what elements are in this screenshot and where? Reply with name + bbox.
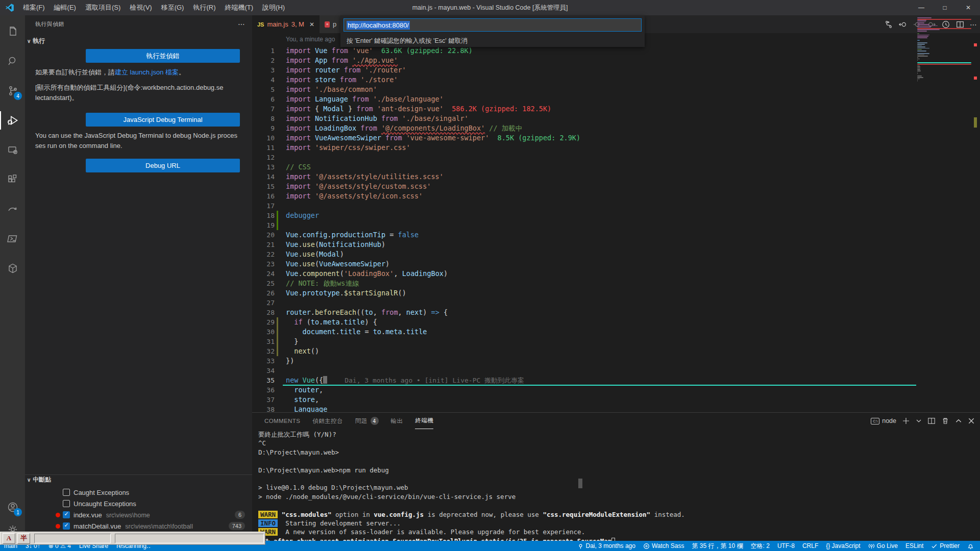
line-number: 6 — [252, 94, 275, 104]
gutter-modified-indicator — [277, 327, 278, 337]
status-right-5[interactable]: CRLF — [802, 542, 818, 549]
menu-item-3[interactable]: 檢視(V) — [125, 4, 156, 11]
panel-tab-1[interactable]: 偵錯主控台 — [312, 413, 343, 429]
terminal-icon: C:\ — [871, 418, 879, 424]
status-right-9[interactable]: Prettier — [931, 542, 960, 549]
close-tab-icon[interactable]: ✕ — [309, 21, 314, 28]
code-line-14: 14import '@/assets/style/utilities.scss' — [252, 172, 916, 182]
breakpoint-row-1[interactable]: matchDetail.vuesrc\views\match\football7… — [25, 520, 252, 532]
menu-item-6[interactable]: 終端機(T) — [220, 4, 258, 11]
editor-group: JS main.js 3, M ✕ ≡ p ⋯ You, a minute ag… — [252, 15, 980, 412]
menu-item-2[interactable]: 選取項目(S) — [81, 4, 125, 11]
maximize-panel-icon[interactable] — [955, 417, 962, 424]
run-debug-icon[interactable] — [0, 108, 25, 133]
checkbox-checked[interactable] — [63, 522, 70, 530]
line-number: 4 — [252, 75, 275, 85]
status-right-3[interactable]: 空格: 2 — [751, 542, 770, 550]
menu-item-4[interactable]: 移至(G) — [157, 4, 189, 11]
live-share-icon[interactable] — [0, 197, 25, 221]
new-terminal-icon[interactable] — [902, 417, 910, 425]
code-line-19: 19 — [252, 220, 916, 230]
ime-halfwidth-button[interactable]: 半 — [17, 533, 30, 544]
terminal-line: WARN "css.modules" option in vue.config.… — [258, 510, 975, 519]
breakpoint-count: 743 — [229, 522, 245, 530]
status-right-4[interactable]: UTF-8 — [777, 542, 795, 549]
javascript-file-icon: JS — [257, 21, 264, 28]
ime-panel — [34, 534, 111, 543]
status-right-6[interactable]: {} JavaScript — [826, 542, 860, 549]
panel-tab-4[interactable]: 終端機 — [415, 413, 433, 429]
code-line-8: 8import NotificationHub from './base/sin… — [252, 114, 916, 123]
ime-mode-button[interactable]: A — [3, 533, 15, 544]
minimap[interactable] — [916, 17, 972, 170]
title-bar: 檔案(F)編輯(E)選取項目(S)檢視(V)移至(G)執行(R)終端機(T)說明… — [0, 0, 980, 15]
line-number: 3 — [252, 65, 275, 75]
exception-row-1[interactable]: Uncaught Exceptions — [25, 498, 252, 509]
line-number: 13 — [252, 162, 275, 172]
vscode-window: 檔案(F)編輯(E)選取項目(S)檢視(V)移至(G)執行(R)終端機(T)說明… — [0, 0, 980, 551]
exception-row-0[interactable]: Caught Exceptions — [25, 487, 252, 498]
code-line-7: 7import { Modal } from 'ant-design-vue' … — [252, 104, 916, 114]
code-line-12: 12 — [252, 153, 916, 162]
powershell-icon[interactable] — [0, 227, 25, 251]
status-right-1[interactable]: Watch Sass — [643, 542, 684, 549]
status-right-8[interactable]: ESLint — [905, 542, 923, 549]
close-button[interactable]: ✕ — [957, 0, 980, 15]
terminal-scrollbar-thumb[interactable] — [578, 479, 582, 488]
explorer-icon[interactable] — [0, 19, 25, 44]
source-control-icon[interactable]: 4 — [0, 79, 25, 103]
breakpoint-count: 6 — [235, 511, 245, 519]
remote-explorer-icon[interactable] — [0, 138, 25, 162]
breakpoint-icon — [56, 524, 60, 529]
panel-tabs: COMMENTS偵錯主控台問題4輸出終端機 — [264, 413, 433, 429]
package-icon[interactable] — [0, 256, 25, 281]
status-right-0[interactable]: Dai, 3 months ago — [577, 542, 635, 549]
checkbox-unchecked[interactable] — [63, 500, 70, 507]
code-line-11: 11import 'swiper/css/swiper.css' — [252, 143, 916, 153]
code-line-37: 37 store, — [252, 395, 916, 405]
previous-change-icon[interactable] — [898, 20, 908, 29]
compare-changes-icon[interactable] — [884, 20, 893, 29]
close-panel-icon[interactable] — [968, 417, 975, 424]
status-right-10[interactable] — [967, 543, 976, 549]
checkbox-unchecked[interactable] — [63, 489, 70, 496]
breakpoint-row-0[interactable]: index.vuesrc\views\home6 — [25, 509, 252, 520]
checkbox-checked[interactable] — [63, 511, 70, 518]
run-and-debug-button[interactable]: 執行並偵錯 — [86, 49, 240, 63]
sidebar-more-actions[interactable]: ⋯ — [238, 15, 245, 33]
blame-codelens[interactable]: You, a minute ago — [286, 36, 335, 43]
menu-item-7[interactable]: 說明(H) — [258, 4, 289, 11]
status-right-7[interactable]: Go Live — [868, 542, 898, 549]
js-debug-terminal-button[interactable]: JavaScript Debug Terminal — [86, 113, 240, 127]
panel-tab-0[interactable]: COMMENTS — [264, 413, 300, 429]
url-input[interactable]: http://localhost:8080/ — [344, 18, 642, 32]
menu-item-1[interactable]: 編輯(E) — [50, 4, 81, 11]
kill-terminal-icon[interactable] — [941, 417, 949, 425]
line-number: 16 — [252, 191, 275, 201]
menu-item-0[interactable]: 檔案(F) — [18, 4, 50, 11]
terminal-dropdown-icon[interactable] — [916, 418, 922, 424]
terminal-select[interactable]: C:\ node — [871, 417, 896, 424]
menu-item-5[interactable]: 執行(R) — [188, 4, 220, 11]
breakpoints-section-header[interactable]: ∨ 中斷點 — [27, 475, 51, 484]
account-icon[interactable]: 1 — [0, 495, 25, 519]
split-terminal-icon[interactable] — [927, 417, 936, 425]
line-number: 17 — [252, 201, 275, 211]
code-area[interactable]: 1import Vue from 'vue' 63.6K (gzipped: 2… — [252, 46, 916, 412]
run-section-header[interactable]: ∨ 執行 — [27, 37, 45, 45]
panel-tab-3[interactable]: 輸出 — [391, 413, 403, 429]
terminal-line: D:\Project\mayun.web>npm run debug — [258, 466, 975, 474]
status-right-2[interactable]: 第 35 行，第 10 欄 — [692, 542, 743, 550]
tab-main-js[interactable]: JS main.js 3, M ✕ — [252, 15, 320, 33]
minimize-button[interactable]: — — [910, 0, 933, 15]
search-icon[interactable] — [0, 49, 25, 73]
line-number: 29 — [252, 317, 275, 327]
line-number: 25 — [252, 279, 275, 288]
maximize-button[interactable]: □ — [933, 0, 957, 15]
terminal-output[interactable]: 要終止批次工作嗎 (Y/N)?^CD:\Project\mayun.web>D:… — [258, 430, 975, 541]
extensions-icon[interactable] — [0, 167, 25, 192]
debug-url-button[interactable]: Debug URL — [86, 159, 240, 172]
panel-tab-2[interactable]: 問題4 — [355, 413, 379, 429]
line-number: 30 — [252, 327, 275, 337]
create-launch-json-link[interactable]: 建立 launch.json 檔案 — [115, 68, 179, 76]
